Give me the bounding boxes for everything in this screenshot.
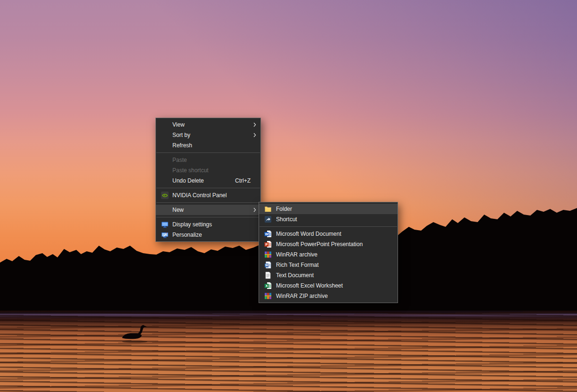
display-settings-icon: [161, 221, 169, 228]
menu-item-label: Undo Delete: [172, 177, 235, 184]
svg-text:W: W: [265, 232, 268, 236]
submenu-item-label: Text Document: [276, 272, 394, 279]
submenu-item-text-document[interactable]: Text Document: [259, 270, 398, 280]
menu-item-label: New: [172, 207, 257, 213]
menu-item-sort-by[interactable]: Sort by: [156, 130, 260, 140]
submenu-item-label: Microsoft Excel Worksheet: [276, 282, 394, 289]
svg-text:X: X: [265, 284, 268, 288]
menu-item-paste-shortcut: Paste shortcut: [156, 165, 260, 176]
winrar-icon: [264, 251, 272, 258]
folder-icon: [264, 205, 272, 213]
menu-item-new[interactable]: New: [156, 205, 260, 215]
word-icon: W: [264, 230, 272, 238]
menu-separator: [156, 202, 260, 203]
menu-item-paste: Paste: [156, 155, 260, 165]
menu-item-label: Paste: [172, 157, 257, 163]
menu-item-label: Display settings: [172, 221, 257, 228]
submenu-item-label: WinRAR ZIP archive: [276, 293, 394, 299]
submenu-item-winrar-archive[interactable]: WinRAR archive: [259, 249, 398, 260]
menu-separator: [156, 152, 260, 153]
menu-item-label: Paste shortcut: [172, 167, 257, 174]
powerpoint-icon: P: [264, 240, 272, 248]
menu-item-label: NVIDIA Control Panel: [172, 192, 257, 199]
submenu-item-label: Microsoft Word Document: [276, 231, 394, 237]
menu-item-label: Sort by: [172, 132, 257, 138]
winrar-zip-icon: [264, 292, 272, 300]
personalize-icon: [161, 231, 169, 239]
menu-separator: [260, 226, 397, 227]
menu-item-personalize[interactable]: Personalize: [156, 230, 260, 240]
excel-icon: X: [264, 282, 272, 289]
submenu-item-label: WinRAR archive: [276, 251, 394, 258]
keyboard-shortcut: Ctrl+Z: [235, 177, 251, 184]
rtf-icon: W: [264, 261, 272, 269]
menu-item-nvidia-control-panel[interactable]: NVIDIA Control Panel: [156, 190, 260, 200]
desktop-context-menu: View Sort by Refresh Paste Paste shortcu…: [155, 118, 261, 242]
shortcut-icon: [264, 216, 272, 223]
menu-item-label: Personalize: [172, 232, 257, 238]
chevron-right-icon: [253, 208, 256, 212]
wallpaper-water: [0, 311, 577, 392]
svg-text:W: W: [265, 264, 268, 267]
desktop: View Sort by Refresh Paste Paste shortcu…: [0, 0, 577, 392]
nvidia-icon: [161, 192, 169, 199]
submenu-item-winrar-zip-archive[interactable]: WinRAR ZIP archive: [259, 291, 398, 301]
submenu-item-rich-text-format[interactable]: W Rich Text Format: [259, 260, 398, 270]
submenu-item-label: Microsoft PowerPoint Presentation: [276, 241, 394, 248]
submenu-item-label: Folder: [276, 206, 394, 212]
submenu-item-powerpoint-presentation[interactable]: P Microsoft PowerPoint Presentation: [259, 239, 398, 249]
submenu-item-shortcut[interactable]: Shortcut: [259, 214, 398, 224]
submenu-item-label: Rich Text Format: [276, 262, 394, 268]
menu-item-view[interactable]: View: [156, 120, 260, 130]
menu-item-display-settings[interactable]: Display settings: [156, 219, 260, 230]
chevron-right-icon: [253, 133, 256, 137]
new-submenu: Folder Shortcut W Mi: [259, 202, 398, 303]
swan-silhouette: [120, 324, 152, 344]
svg-text:P: P: [265, 242, 268, 247]
text-document-icon: [264, 272, 272, 279]
chevron-right-icon: [253, 122, 256, 127]
submenu-item-excel-worksheet[interactable]: X Microsoft Excel Worksheet: [259, 280, 398, 291]
menu-separator: [156, 188, 260, 188]
submenu-item-label: Shortcut: [276, 216, 394, 223]
menu-item-refresh[interactable]: Refresh: [156, 140, 260, 151]
submenu-item-folder[interactable]: Folder: [259, 204, 398, 214]
menu-separator: [156, 217, 260, 217]
menu-item-label: View: [172, 121, 257, 128]
menu-item-label: Refresh: [172, 142, 257, 149]
menu-item-undo-delete[interactable]: Undo Delete Ctrl+Z: [156, 176, 260, 186]
submenu-item-word-document[interactable]: W Microsoft Word Document: [259, 229, 398, 239]
